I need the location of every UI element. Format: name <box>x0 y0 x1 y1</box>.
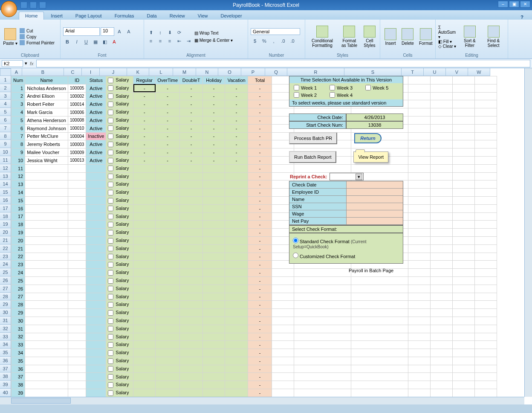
column-header[interactable]: T <box>402 68 424 76</box>
cell[interactable] <box>156 389 180 397</box>
cell[interactable] <box>25 285 68 293</box>
cell[interactable]: Salary <box>106 132 133 140</box>
cell[interactable]: - <box>248 92 272 100</box>
cell[interactable] <box>68 164 86 172</box>
cell[interactable]: 27 <box>12 293 25 301</box>
cell[interactable]: - <box>133 132 156 140</box>
cell[interactable]: - <box>248 236 272 244</box>
cell[interactable]: - <box>156 140 180 148</box>
cell[interactable] <box>25 189 68 197</box>
cell[interactable]: - <box>248 189 272 197</box>
cell[interactable] <box>203 172 225 180</box>
grid[interactable]: NumNameIDStatus SalaryRegularOverTimeDou… <box>11 76 497 397</box>
cell[interactable] <box>68 373 86 381</box>
namebox-dropdown-icon[interactable]: ▾ <box>25 61 27 66</box>
cell[interactable] <box>225 244 248 253</box>
cell-styles-button[interactable]: Cell Styles <box>362 25 377 49</box>
cell[interactable] <box>133 196 156 204</box>
cell[interactable] <box>156 164 180 172</box>
cell[interactable]: - <box>248 204 272 212</box>
cell[interactable]: 16 <box>12 204 25 212</box>
salary-checkbox[interactable] <box>108 278 113 284</box>
cell[interactable]: 18 <box>12 221 25 229</box>
cell[interactable] <box>25 301 68 309</box>
cell[interactable]: - <box>225 92 248 100</box>
insert-cells-button[interactable]: Insert <box>383 27 398 47</box>
cell[interactable] <box>225 196 248 204</box>
dec-decimal-icon[interactable]: .0 <box>288 37 297 45</box>
cell[interactable] <box>86 341 106 349</box>
cell[interactable] <box>225 189 248 197</box>
cell[interactable]: - <box>248 148 272 157</box>
cell[interactable]: Salary <box>106 148 133 157</box>
cell[interactable] <box>133 365 156 373</box>
tab-review[interactable]: Review <box>164 12 191 20</box>
cell[interactable] <box>25 365 68 373</box>
row-header[interactable]: 27 <box>0 285 11 293</box>
cell[interactable] <box>180 261 203 269</box>
cell[interactable] <box>25 204 68 212</box>
cell[interactable] <box>180 189 203 197</box>
cell[interactable] <box>86 309 106 317</box>
cell[interactable] <box>156 204 180 212</box>
cell[interactable] <box>68 261 86 269</box>
salary-checkbox[interactable] <box>108 102 113 107</box>
salary-checkbox[interactable] <box>108 262 113 268</box>
cell[interactable]: - <box>133 156 156 164</box>
sort-filter-button[interactable]: Sort & Filter <box>459 25 480 49</box>
row-header[interactable]: 12 <box>0 164 11 172</box>
cell[interactable] <box>203 285 225 293</box>
salary-checkbox[interactable] <box>108 174 113 179</box>
cell[interactable]: - <box>248 381 272 389</box>
cell[interactable] <box>25 333 68 341</box>
cell[interactable] <box>133 357 156 365</box>
row-header[interactable]: 22 <box>0 244 11 253</box>
cell[interactable]: 20 <box>12 236 25 244</box>
cell[interactable] <box>133 381 156 389</box>
cell[interactable]: - <box>248 244 272 253</box>
cell[interactable] <box>25 236 68 244</box>
column-header-cell[interactable]: Vacation <box>225 76 248 84</box>
select-all-corner[interactable] <box>0 68 11 76</box>
autosum-button[interactable]: Σ AutoSum ▾ <box>438 25 457 39</box>
cell[interactable]: Salary <box>106 357 133 365</box>
cell[interactable]: 26 <box>12 285 25 293</box>
cell[interactable] <box>25 309 68 317</box>
salary-checkbox[interactable] <box>108 294 113 300</box>
cell[interactable] <box>156 317 180 325</box>
cell[interactable]: - <box>248 325 272 333</box>
cell[interactable]: - <box>133 148 156 157</box>
cell[interactable] <box>180 212 203 221</box>
cell[interactable] <box>86 301 106 309</box>
number-format-select[interactable]: General <box>251 28 300 35</box>
cell[interactable] <box>25 244 68 253</box>
column-header-cell[interactable]: OverTime <box>156 76 180 84</box>
tab-formulas[interactable]: Formulas <box>109 12 140 20</box>
column-header-cell[interactable]: Salary <box>106 76 133 84</box>
cell[interactable] <box>25 349 68 357</box>
cell[interactable] <box>25 381 68 389</box>
cell[interactable]: - <box>156 132 180 140</box>
return-button[interactable]: Return <box>354 133 381 143</box>
cell[interactable] <box>133 244 156 253</box>
column-header[interactable]: R <box>287 68 344 76</box>
cell[interactable]: 100010 <box>68 124 86 132</box>
cell[interactable] <box>86 389 106 397</box>
indent-inc-icon[interactable]: ⇥ <box>184 37 193 45</box>
cell[interactable]: 12 <box>12 172 25 180</box>
cell[interactable] <box>133 180 156 189</box>
cell[interactable]: - <box>133 108 156 116</box>
cell[interactable] <box>180 180 203 189</box>
salary-checkbox[interactable] <box>108 166 113 171</box>
fill-button[interactable]: ◧ Fill ▾ <box>438 39 457 44</box>
cell[interactable] <box>25 212 68 221</box>
salary-checkbox[interactable] <box>108 110 113 115</box>
cell[interactable] <box>225 269 248 277</box>
row-header[interactable]: 9 <box>0 140 11 148</box>
cell[interactable] <box>156 229 180 237</box>
cell[interactable]: - <box>225 132 248 140</box>
cell[interactable]: - <box>180 124 203 132</box>
salary-checkbox[interactable] <box>108 118 113 123</box>
column-header[interactable]: V <box>446 68 468 76</box>
cell[interactable] <box>68 365 86 373</box>
